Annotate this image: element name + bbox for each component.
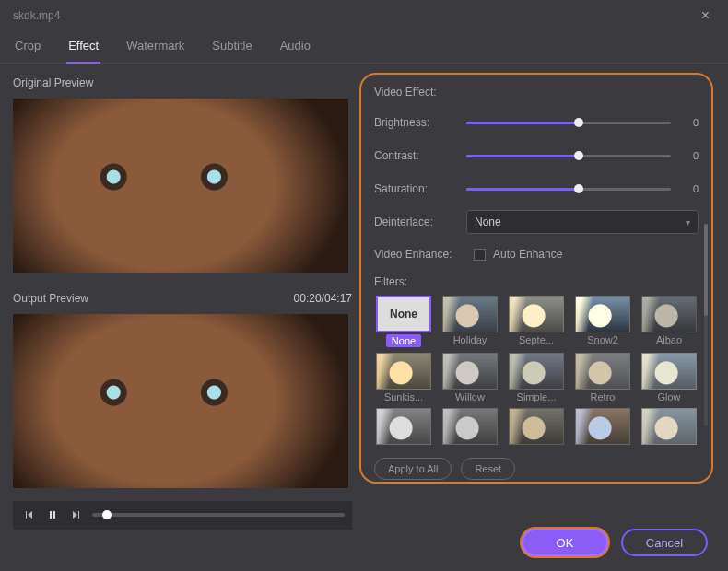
tab-audio[interactable]: Audio (278, 35, 312, 63)
filter-snow2[interactable] (575, 296, 630, 332)
next-frame-button[interactable] (68, 507, 85, 523)
filter-label: Willow (455, 391, 485, 402)
window-title: skdk.mp4 (13, 9, 60, 22)
filter-item[interactable] (509, 408, 564, 445)
filter-item[interactable] (575, 408, 630, 445)
saturation-slider[interactable] (466, 188, 671, 191)
filters-grid: NoneNone Holiday Septe... Snow2 Aibao Su… (374, 296, 699, 447)
deinterlace-select[interactable]: None ▾ (466, 210, 699, 234)
step-back-icon (22, 508, 35, 521)
filter-item[interactable] (376, 408, 431, 445)
seek-slider[interactable] (92, 513, 345, 517)
deinterlace-value: None (475, 216, 501, 228)
tab-watermark[interactable]: Watermark (124, 35, 186, 63)
playbar (13, 501, 352, 530)
cancel-button[interactable]: Cancel (621, 529, 708, 556)
filters-heading: Filters: (374, 275, 699, 288)
brightness-label: Brightness: (374, 116, 466, 129)
prev-frame-button[interactable] (20, 507, 37, 523)
brightness-slider[interactable] (466, 122, 671, 124)
video-effect-heading: Video Effect: (374, 86, 699, 99)
contrast-slider[interactable] (466, 155, 671, 157)
filter-glow[interactable] (641, 353, 697, 390)
auto-enhance-label: Auto Enhance (493, 248, 562, 261)
filter-label: Sunkis... (384, 391, 423, 402)
filter-willow[interactable] (442, 353, 498, 390)
filter-item[interactable] (641, 408, 697, 445)
filter-retro[interactable] (575, 353, 630, 390)
filter-label: None (386, 334, 421, 347)
filter-simple[interactable] (509, 353, 564, 390)
tab-crop[interactable]: Crop (13, 35, 42, 63)
scrollbar[interactable] (704, 224, 708, 426)
tab-effect[interactable]: Effect (66, 35, 100, 64)
filter-none[interactable]: None (376, 296, 431, 332)
filter-label: Septe... (519, 334, 554, 345)
chevron-down-icon: ▾ (686, 217, 690, 227)
saturation-value: 0 (680, 183, 699, 194)
play-pause-button[interactable] (44, 507, 61, 523)
contrast-label: Contrast: (374, 149, 466, 162)
ok-button[interactable]: OK (522, 529, 608, 556)
filter-label: Simple... (517, 391, 557, 402)
step-forward-icon (70, 508, 83, 521)
deinterlace-label: Deinterlace: (374, 216, 466, 228)
filter-label: Aibao (656, 334, 682, 345)
output-preview-label: Output Preview (13, 292, 88, 305)
filter-label: Snow2 (587, 334, 618, 345)
filter-item[interactable] (442, 408, 498, 445)
filter-september[interactable] (509, 296, 564, 332)
filter-aibao[interactable] (641, 296, 697, 332)
video-enhance-label: Video Enhance: (374, 248, 466, 261)
filter-sunkissed[interactable] (376, 353, 431, 390)
close-icon[interactable]: × (696, 4, 715, 28)
tabs: Crop Effect Watermark Subtitle Audio (0, 26, 728, 64)
auto-enhance-checkbox[interactable] (474, 249, 486, 261)
contrast-value: 0 (680, 150, 699, 161)
original-preview-label: Original Preview (13, 76, 352, 89)
brightness-value: 0 (680, 117, 699, 128)
filter-label: Glow (657, 391, 680, 402)
original-preview (13, 99, 348, 273)
reset-button[interactable]: Reset (461, 458, 515, 480)
timecode: 00:20/04:17 (294, 292, 352, 305)
filter-label: Holiday (453, 334, 487, 345)
pause-icon (46, 508, 59, 521)
apply-to-all-button[interactable]: Apply to All (374, 458, 452, 480)
filter-holiday[interactable] (442, 296, 498, 332)
filter-label: Retro (591, 391, 616, 402)
tab-subtitle[interactable]: Subtitle (210, 35, 253, 63)
output-preview (13, 314, 348, 488)
saturation-label: Saturation: (374, 182, 466, 195)
